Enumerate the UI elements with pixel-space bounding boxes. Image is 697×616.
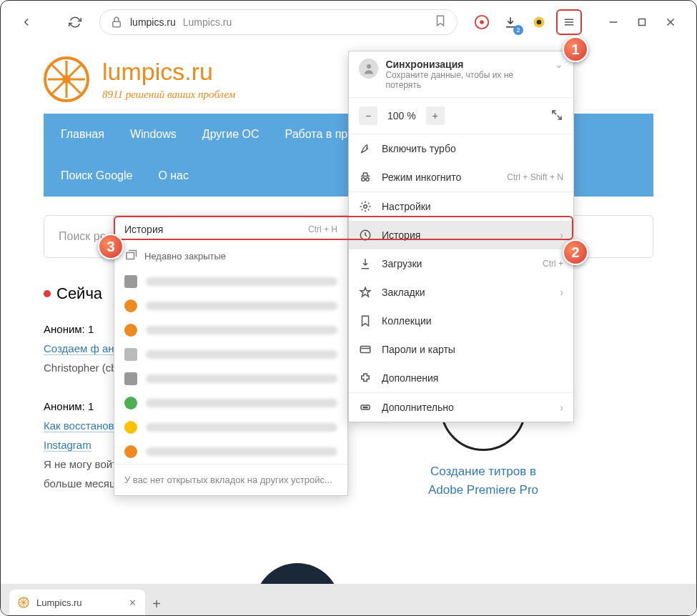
svg-rect-16 — [127, 253, 134, 259]
history-entry[interactable] — [114, 342, 347, 367]
menu-label: Загрузки — [382, 258, 422, 269]
menu-label: Коллекции — [382, 315, 432, 327]
menu-passwords[interactable]: Пароли и карты — [349, 335, 573, 364]
window-minimize[interactable] — [602, 11, 625, 34]
nav-other-os[interactable]: Другие ОС — [199, 114, 262, 155]
main-menu: Синхронизация Сохраните данные, чтобы их… — [348, 51, 574, 422]
back-button[interactable] — [15, 11, 38, 34]
new-tab-button[interactable]: + — [145, 592, 168, 615]
svg-point-18 — [362, 178, 365, 182]
history-entry[interactable] — [114, 439, 347, 464]
shortcut-label: Ctrl + H — [308, 224, 337, 234]
svg-point-4 — [537, 20, 542, 25]
live-dot-icon — [44, 290, 51, 297]
tab-close-button[interactable]: ✕ — [129, 597, 137, 608]
chevron-right-icon: › — [560, 287, 563, 298]
card-icon — [359, 343, 372, 356]
chevron-right-icon: › — [560, 229, 563, 241]
sync-subtitle: Сохраните данные, чтобы их не потерять — [385, 70, 548, 90]
site-brand: lumpics.ru — [102, 58, 235, 86]
menu-label: Настройки — [382, 201, 431, 212]
shortcut-label: Ctrl + — [543, 259, 563, 269]
menu-history[interactable]: История› — [349, 221, 573, 249]
callout-1: 1 — [563, 36, 588, 62]
menu-downloads[interactable]: ЗагрузкиCtrl + — [349, 249, 573, 278]
svg-point-20 — [364, 205, 367, 209]
download-icon — [359, 257, 372, 270]
callout-2: 2 — [563, 239, 588, 265]
avatar-icon — [359, 59, 378, 79]
favicon-icon — [18, 597, 29, 608]
menu-label: Пароли и карты — [382, 344, 455, 355]
menu-label: Включить турбо — [382, 143, 456, 154]
window-close[interactable] — [659, 11, 682, 34]
submenu-history-item[interactable]: История Ctrl + H — [114, 217, 347, 242]
callout-3: 3 — [98, 234, 124, 259]
card-title: Создание титров в Adobe Premiere Pro — [422, 462, 544, 499]
zoom-in-button[interactable]: + — [426, 106, 445, 125]
history-entry[interactable] — [114, 294, 347, 318]
site-tagline: 8911 решений ваших проблем — [102, 89, 235, 101]
menu-label: История — [382, 229, 420, 241]
menu-incognito[interactable]: Режим инкогнитоCtrl + Shift + N — [349, 163, 573, 192]
menu-label: Режим инкогнито — [382, 172, 461, 183]
yandex-icon[interactable] — [470, 11, 493, 34]
history-entry[interactable] — [114, 415, 347, 439]
menu-collections[interactable]: Коллекции — [349, 307, 573, 335]
addr-title: Lumpics.ru — [183, 16, 232, 28]
history-icon — [359, 229, 372, 242]
puzzle-icon — [359, 372, 372, 384]
bookmark-icon — [359, 314, 372, 327]
menu-sync[interactable]: Синхронизация Сохраните данные, чтобы их… — [349, 51, 573, 98]
window-maximize[interactable] — [631, 11, 653, 34]
svg-rect-22 — [360, 347, 370, 353]
menu-label: Закладки — [382, 287, 425, 298]
nav-windows[interactable]: Windows — [127, 114, 179, 155]
history-entry[interactable] — [114, 318, 347, 342]
gear-icon — [359, 200, 372, 213]
extension-icon[interactable] — [528, 11, 550, 34]
menu-label: Дополнительно — [382, 402, 454, 413]
svg-rect-5 — [639, 19, 646, 26]
submenu-history-label: История — [124, 224, 163, 235]
menu-settings[interactable]: Настройки — [349, 192, 573, 221]
star-icon — [359, 286, 372, 299]
site-logo-icon — [44, 56, 89, 102]
tab-title: Lumpics.ru — [36, 597, 82, 608]
tab-bar: Lumpics.ru ✕ + — [1, 584, 696, 615]
history-submenu: История Ctrl + H Недавно закрытые У вас … — [114, 216, 348, 496]
submenu-recent-section: Недавно закрытые — [114, 242, 347, 269]
zoom-out-button[interactable]: − — [359, 106, 377, 125]
svg-point-25 — [365, 407, 366, 408]
menu-bookmarks[interactable]: Закладки› — [349, 278, 573, 307]
history-entry[interactable] — [114, 269, 347, 294]
address-bar[interactable]: lumpics.ru Lumpics.ru — [99, 9, 458, 35]
download-badge: 2 — [513, 25, 523, 35]
history-entry[interactable] — [114, 391, 347, 415]
bookmark-icon[interactable] — [434, 14, 447, 30]
sync-title: Синхронизация — [385, 59, 548, 70]
nav-home[interactable]: Главная — [58, 114, 107, 155]
more-icon — [359, 401, 372, 414]
nav-google[interactable]: Поиск Google — [58, 155, 135, 197]
svg-rect-0 — [113, 21, 121, 27]
nav-about[interactable]: О нас — [155, 155, 192, 197]
menu-more[interactable]: Дополнительно› — [349, 392, 573, 422]
browser-tab[interactable]: Lumpics.ru ✕ — [9, 590, 145, 615]
menu-label: Дополнения — [382, 372, 438, 384]
history-entry[interactable] — [114, 367, 347, 391]
menu-turbo[interactable]: Включить турбо — [349, 134, 573, 163]
downloads-button[interactable]: 2 — [499, 11, 522, 34]
svg-point-26 — [367, 407, 368, 408]
reload-button[interactable] — [64, 11, 86, 34]
fullscreen-button[interactable] — [550, 109, 563, 124]
menu-addons[interactable]: Дополнения — [349, 364, 573, 392]
svg-point-17 — [367, 64, 371, 69]
svg-point-11 — [62, 75, 71, 84]
tabs-icon — [124, 249, 137, 262]
lock-icon — [110, 16, 123, 29]
main-menu-button[interactable] — [556, 9, 582, 35]
incognito-icon — [359, 171, 372, 184]
shortcut-label: Ctrl + Shift + N — [507, 172, 563, 182]
svg-point-19 — [366, 178, 370, 182]
